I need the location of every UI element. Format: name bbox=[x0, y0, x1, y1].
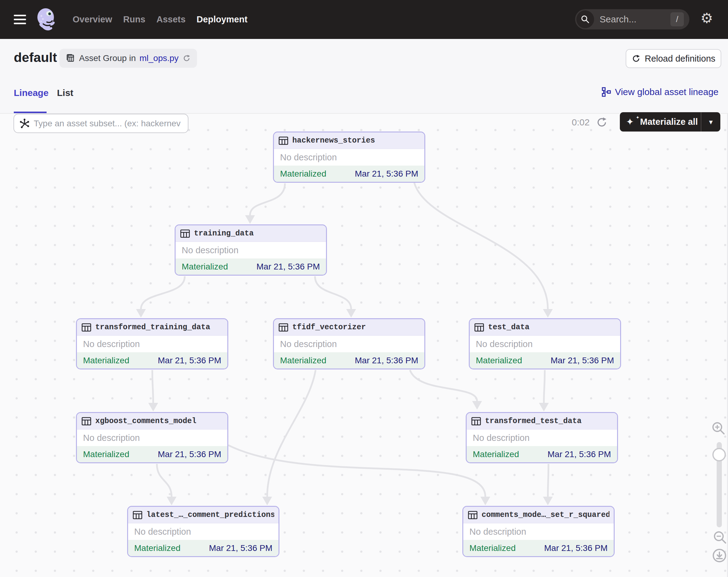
asset-node-lp[interactable]: latest_…_comment_predictions No descript… bbox=[127, 506, 280, 557]
materialized-status: Materialized bbox=[280, 169, 326, 179]
table-icon bbox=[180, 229, 190, 239]
asset-description: No description bbox=[274, 336, 424, 352]
nav-item-overview[interactable]: Overview bbox=[73, 15, 112, 25]
materialized-date[interactable]: Mar 21, 5:36 PM bbox=[544, 543, 607, 553]
asset-subset-filter bbox=[14, 114, 188, 133]
materialized-status: Materialized bbox=[134, 543, 180, 553]
materialized-date[interactable]: Mar 21, 5:36 PM bbox=[257, 262, 320, 272]
table-icon bbox=[132, 510, 143, 520]
asset-node-hn[interactable]: hackernews_stories No description Materi… bbox=[273, 131, 425, 183]
materialized-date[interactable]: Mar 21, 5:36 PM bbox=[209, 543, 272, 553]
search-icon bbox=[576, 10, 594, 28]
materialized-date[interactable]: Mar 21, 5:36 PM bbox=[355, 169, 418, 179]
table-icon bbox=[278, 323, 289, 332]
asset-node-header: hackernews_stories bbox=[274, 132, 424, 149]
asset-node-rs[interactable]: comments_mode…_set_r_squared No descript… bbox=[462, 506, 615, 557]
asset-node-header: training_data bbox=[176, 225, 326, 242]
asset-subset-input[interactable] bbox=[34, 119, 185, 128]
asset-description: No description bbox=[467, 429, 617, 446]
asset-group-badge: Asset Group in ml_ops.py bbox=[59, 49, 197, 68]
graph-timer: 0:02 bbox=[572, 117, 590, 128]
asset-description: No description bbox=[77, 429, 227, 446]
asset-status-row: Materialized Mar 21, 5:36 PM bbox=[128, 540, 279, 556]
asset-description: No description bbox=[463, 523, 614, 540]
graph-refresh-icon[interactable] bbox=[596, 116, 608, 128]
asset-status-row: Materialized Mar 21, 5:36 PM bbox=[77, 446, 227, 462]
asset-name: tfidf_vectorizer bbox=[292, 323, 366, 332]
asset-selection-icon bbox=[19, 118, 30, 129]
view-global-lineage-link[interactable]: View global asset lineage bbox=[601, 87, 719, 97]
materialize-all-label: Materialize all bbox=[640, 117, 698, 127]
table-icon bbox=[81, 416, 92, 426]
materialized-date[interactable]: Mar 21, 5:36 PM bbox=[158, 449, 221, 459]
table-icon bbox=[474, 323, 485, 332]
tab-list[interactable]: List bbox=[57, 88, 73, 98]
nav-item-assets[interactable]: Assets bbox=[156, 15, 185, 25]
asset-node-header: test_data bbox=[470, 319, 620, 336]
zoom-in-icon[interactable] bbox=[711, 421, 726, 436]
asset-name: comments_mode…_set_r_squared bbox=[482, 510, 609, 519]
asset-node-tte[interactable]: transformed_test_data No description Mat… bbox=[466, 412, 618, 463]
reload-definitions-button[interactable]: Reload definitions bbox=[626, 49, 721, 68]
asset-node-header: comments_mode…_set_r_squared bbox=[463, 507, 614, 523]
asset-name: transformed_training_data bbox=[95, 323, 210, 332]
asset-status-row: Materialized Mar 21, 5:36 PM bbox=[274, 166, 424, 182]
materialize-all-button[interactable]: ✦✦ Materialize all ▾ bbox=[620, 112, 720, 131]
asset-node-xg[interactable]: xgboost_comments_model No description Ma… bbox=[76, 412, 228, 463]
materialized-date[interactable]: Mar 21, 5:36 PM bbox=[355, 356, 418, 366]
asset-node-header: xgboost_comments_model bbox=[77, 413, 227, 429]
sparkle-icon: ✦✦ bbox=[626, 117, 640, 127]
asset-group-file-link[interactable]: ml_ops.py bbox=[139, 53, 179, 63]
nav-item-deployment[interactable]: Deployment bbox=[197, 15, 248, 25]
settings-gear-icon[interactable]: ⚙ bbox=[700, 11, 713, 25]
tab-lineage[interactable]: Lineage bbox=[14, 88, 48, 98]
materialized-date[interactable]: Mar 21, 5:36 PM bbox=[551, 356, 614, 366]
asset-status-row: Materialized Mar 21, 5:36 PM bbox=[77, 352, 227, 369]
search-placeholder: Search... bbox=[600, 14, 670, 25]
view-global-lineage-label: View global asset lineage bbox=[615, 87, 719, 97]
asset-group-badge-text: Asset Group in bbox=[79, 53, 136, 63]
reload-icon bbox=[631, 54, 641, 63]
zoom-slider-handle[interactable] bbox=[712, 448, 726, 461]
materialized-status: Materialized bbox=[83, 449, 129, 459]
asset-name: transformed_test_data bbox=[485, 417, 581, 426]
asset-name: training_data bbox=[194, 229, 254, 238]
materialized-date[interactable]: Mar 21, 5:36 PM bbox=[158, 356, 221, 366]
asset-name: latest_…_comment_predictions bbox=[147, 510, 274, 519]
materialized-status: Materialized bbox=[83, 356, 129, 366]
materialized-date[interactable]: Mar 21, 5:36 PM bbox=[548, 449, 611, 459]
materialized-status: Materialized bbox=[473, 449, 519, 459]
asset-node-header: transformed_training_data bbox=[77, 319, 227, 336]
table-icon bbox=[471, 416, 482, 426]
materialized-status: Materialized bbox=[280, 356, 326, 366]
asset-group-icon bbox=[66, 53, 75, 63]
zoom-out-icon[interactable] bbox=[712, 530, 728, 545]
asset-node-header: latest_…_comment_predictions bbox=[128, 507, 279, 523]
table-icon bbox=[81, 323, 92, 332]
asset-node-tr[interactable]: training_data No description Materialize… bbox=[175, 224, 327, 276]
asset-node-header: tfidf_vectorizer bbox=[274, 319, 424, 336]
materialized-status: Materialized bbox=[469, 543, 516, 553]
menu-icon[interactable] bbox=[14, 12, 26, 27]
download-image-icon[interactable] bbox=[712, 548, 727, 563]
asset-status-row: Materialized Mar 21, 5:36 PM bbox=[176, 258, 326, 275]
materialize-dropdown-caret[interactable]: ▾ bbox=[701, 118, 720, 126]
dagster-logo[interactable] bbox=[35, 7, 58, 32]
materialized-status: Materialized bbox=[182, 262, 228, 272]
asset-status-row: Materialized Mar 21, 5:36 PM bbox=[274, 352, 424, 369]
reload-definitions-label: Reload definitions bbox=[645, 54, 716, 64]
asset-node-te[interactable]: test_data No description Materialized Ma… bbox=[469, 318, 621, 370]
asset-node-ttr[interactable]: transformed_training_data No description… bbox=[76, 318, 228, 370]
asset-name: hackernews_stories bbox=[292, 136, 375, 145]
table-icon bbox=[278, 136, 289, 146]
asset-description: No description bbox=[470, 336, 620, 352]
top-nav: Overview Runs Assets Deployment Search..… bbox=[0, 0, 728, 39]
search-box[interactable]: Search... / bbox=[575, 9, 690, 29]
page-title: default bbox=[14, 50, 57, 65]
nav-item-runs[interactable]: Runs bbox=[123, 15, 146, 25]
asset-status-row: Materialized Mar 21, 5:36 PM bbox=[463, 540, 614, 556]
asset-description: No description bbox=[128, 523, 279, 540]
asset-node-tf[interactable]: tfidf_vectorizer No description Material… bbox=[273, 318, 425, 370]
badge-refresh-icon[interactable] bbox=[182, 54, 191, 62]
table-icon bbox=[468, 510, 478, 520]
